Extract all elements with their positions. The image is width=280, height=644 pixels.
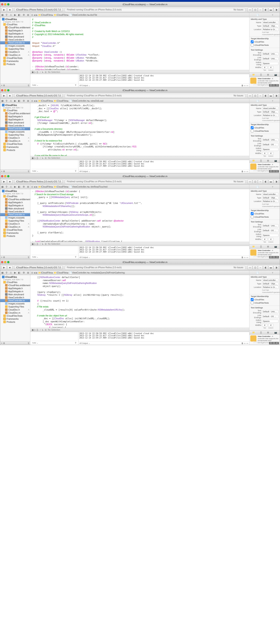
toggle-debug-button[interactable]: ▬ xyxy=(268,94,273,98)
stop-button[interactable]: ■ xyxy=(7,94,13,98)
nav-item[interactable]: AppDelegate.h xyxy=(0,287,30,290)
indent-width-input[interactable] xyxy=(268,238,273,240)
nav-item[interactable]: Main.storyboard xyxy=(0,35,30,38)
indent-select[interactable]: Spaces xyxy=(262,62,278,65)
nav-item[interactable]: iCloudFiles.entitlements xyxy=(0,26,30,29)
project-navigator[interactable]: iCloudFiles2 targets, iOS SDK 7.0iCloudF… xyxy=(0,103,30,170)
jump-bar[interactable]: ⊞ ◀ ▶ 📁 iCloudFiles ▸ 📁 iCloudFiles ▸ 📄 … xyxy=(30,271,249,275)
nav-item[interactable]: iCloudFilesTests xyxy=(0,56,30,60)
nav-item[interactable]: iCloudFiles.entitlements xyxy=(0,284,30,287)
file-name-field[interactable]: ViewController.m xyxy=(262,21,278,24)
location-select[interactable]: Relative to Group xyxy=(262,286,278,289)
project-nav-icon[interactable]: ▦ xyxy=(1,185,4,188)
nav-item[interactable]: ViewController.h xyxy=(0,124,30,127)
zoom-icon[interactable] xyxy=(7,175,9,177)
tab-width-input[interactable] xyxy=(262,324,267,326)
window-controls[interactable] xyxy=(0,88,10,92)
file-type-select[interactable]: Default - Objective-C… xyxy=(262,24,278,28)
editor-assistant-button[interactable]: ◫ xyxy=(253,180,257,184)
editor-version-button[interactable]: ↔ xyxy=(258,180,263,184)
editor-version-button[interactable]: ↔ xyxy=(258,94,263,98)
nav-item[interactable]: ViewController.mM xyxy=(0,127,30,130)
file-name-field[interactable]: ViewController.m xyxy=(262,279,278,282)
minimize-icon[interactable] xyxy=(4,89,6,92)
project-item[interactable]: iCloudFiles xyxy=(0,276,30,278)
project-nav-icon[interactable]: ▦ xyxy=(1,100,4,102)
nav-item[interactable]: ViewController.mM xyxy=(0,299,30,302)
nav-item[interactable]: CloudDoc.hA xyxy=(0,50,30,54)
navigator-tabs[interactable]: ▦⚲⚠▶◧⚙⊞ xyxy=(0,271,30,275)
project-item[interactable]: iCloudFiles xyxy=(0,18,30,21)
debug-bar[interactable]: ▣ ▷ ‖ ↓ ↑ ↳⊞No Selection xyxy=(30,156,249,160)
nav-item[interactable]: Frameworks xyxy=(0,146,30,148)
navigator-tabs[interactable]: ▦⚲⚠▶◧⚙⊞ xyxy=(0,99,30,103)
tab-width-input[interactable] xyxy=(262,152,267,154)
debug-bar[interactable]: ▣ ▷ ‖ ↓ ↑ ↳⊞No Selection xyxy=(30,70,249,74)
file-inspector-icon[interactable]: 📄 xyxy=(256,272,259,274)
window-controls[interactable] xyxy=(0,2,10,6)
help-inspector-icon[interactable]: ? xyxy=(272,186,273,188)
indent-select[interactable]: Spaces xyxy=(262,148,278,151)
encoding-select[interactable]: Default - Unicode (UT… xyxy=(262,52,278,56)
nav-item[interactable]: Frameworks xyxy=(0,317,30,320)
file-name-field[interactable]: ViewController.m xyxy=(262,193,278,196)
nav-item[interactable]: ViewController.mM xyxy=(0,213,30,216)
nav-item[interactable]: ViewController.h xyxy=(0,38,30,41)
inspector-tabs[interactable]: 📄? xyxy=(249,99,280,103)
close-icon[interactable] xyxy=(1,89,3,92)
scheme-selector[interactable]: iCloudFiles ▸ iPhone Retina (3.5-inch) i… xyxy=(14,8,63,12)
toggle-utilities-button[interactable]: ◨ xyxy=(274,266,278,270)
nav-item[interactable]: AppDelegate.h xyxy=(0,201,30,204)
debug-bar[interactable]: ▣ ▷ ‖ ↓ ↑ ↳⊞No Selection xyxy=(30,242,249,246)
editor-assistant-button[interactable]: ◫ xyxy=(253,266,257,270)
nav-item[interactable]: Supporting Files xyxy=(0,47,30,50)
project-item[interactable]: iCloudFiles xyxy=(0,190,30,192)
inspector-tabs[interactable]: 📄? xyxy=(249,271,280,275)
file-inspector-icon[interactable]: 📄 xyxy=(256,14,259,16)
nav-item[interactable]: CloudDoc.mA xyxy=(0,225,30,228)
line-endings-select[interactable]: Default - OS X / Unix… xyxy=(262,315,278,318)
console-output[interactable]: 2013-12-14 22:58:59.992 iCloudFiles[2692… xyxy=(78,160,249,170)
line-endings-select[interactable]: Default - OS X / Unix… xyxy=(262,143,278,146)
nav-item[interactable]: iCloudFiles.entitlements xyxy=(0,198,30,201)
nav-item[interactable]: Main.storyboard xyxy=(0,207,30,210)
file-type-select[interactable]: Default - Objective-C… xyxy=(262,282,278,285)
encoding-select[interactable]: Default - Unicode (UT… xyxy=(262,224,278,227)
nav-item[interactable]: CloudDoc.mA xyxy=(0,311,30,314)
toggle-utilities-button[interactable]: ◨ xyxy=(274,8,278,12)
nav-item[interactable]: AppDelegate.h xyxy=(0,29,30,32)
object-library-icon[interactable]: ⊞ xyxy=(267,245,269,248)
console-output[interactable]: 2013-12-14 22:58:59.992 iCloudFiles[2692… xyxy=(78,246,249,256)
nav-item[interactable]: iCloudFilesTests xyxy=(0,314,30,317)
nav-item[interactable]: AppDelegate.m xyxy=(0,204,30,207)
tab-width-input[interactable] xyxy=(262,66,267,69)
code-editor[interactable]: _docUrl = [NSURL fileURLWithPath:_docFil… xyxy=(30,103,249,156)
project-navigator[interactable]: iCloudFiles2 targets, iOS SDK 7.0iCloudF… xyxy=(0,275,30,341)
target-checkbox-2[interactable]: iCloudFilesTests xyxy=(251,130,278,132)
project-navigator[interactable]: iCloudFiles2 targets, iOS SDK 7.0iCloudF… xyxy=(0,17,30,84)
nav-item[interactable]: Main.storyboard xyxy=(0,293,30,296)
encoding-select[interactable]: Default - Unicode (UT… xyxy=(262,310,278,313)
help-inspector-icon[interactable]: ? xyxy=(272,100,273,102)
project-nav-icon[interactable]: ▦ xyxy=(1,271,4,274)
indent-select[interactable]: Spaces xyxy=(262,234,278,237)
nav-item[interactable]: iCloudFiles xyxy=(0,109,30,112)
nav-item[interactable]: Frameworks xyxy=(0,60,30,62)
nav-item[interactable]: Products xyxy=(0,62,30,66)
target-checkbox-2[interactable]: iCloudFilesTests xyxy=(251,302,278,304)
file-inspector-icon[interactable]: 📄 xyxy=(256,186,259,188)
editor-version-button[interactable]: ↔ xyxy=(258,266,263,270)
nav-item[interactable]: Images.xcassets xyxy=(0,216,30,219)
editor-version-button[interactable]: ↔ xyxy=(258,8,263,12)
nav-item[interactable]: Supporting Files xyxy=(0,219,30,222)
navigator-tabs[interactable]: ▦⚲⚠▶◧⚙⊞ xyxy=(0,185,30,189)
nav-item[interactable]: CloudDoc.mA xyxy=(0,139,30,142)
line-endings-select[interactable]: Default - Unicode (UT… xyxy=(262,57,278,60)
file-name-field[interactable]: ViewController.m xyxy=(262,107,278,110)
close-icon[interactable] xyxy=(1,175,3,177)
nav-item[interactable]: Images.xcassets xyxy=(0,44,30,47)
toggle-navigator-button[interactable]: ◧ xyxy=(263,266,268,270)
nav-item[interactable]: Main.storyboard xyxy=(0,121,30,124)
editor-assistant-button[interactable]: ◫ xyxy=(253,94,257,98)
stop-button[interactable]: ■ xyxy=(7,8,13,12)
